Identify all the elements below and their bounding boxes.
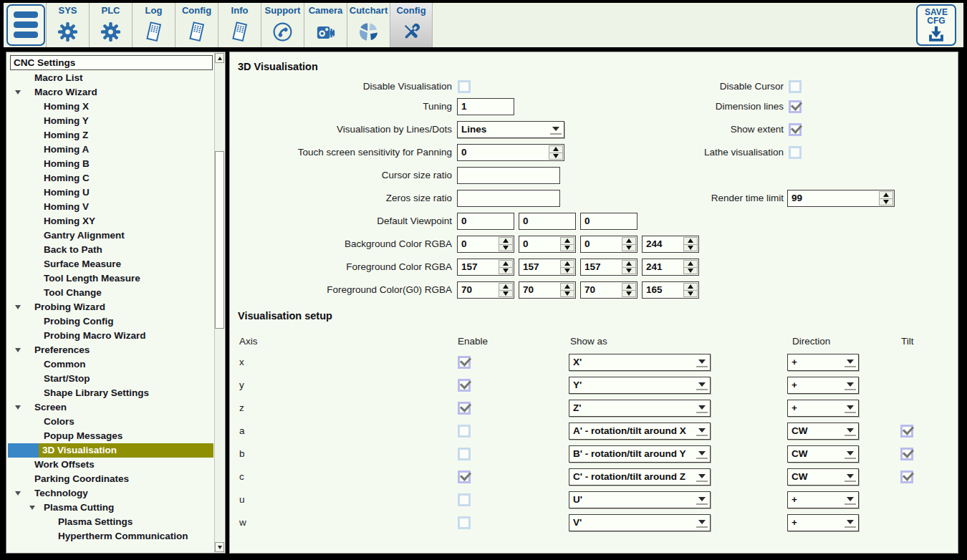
tab-config[interactable]: Config xyxy=(175,3,218,47)
background-color-rgba-spinbox-2[interactable]: 0 xyxy=(580,236,638,253)
disable-visualisation-checkbox[interactable] xyxy=(458,80,471,93)
direction-select-y[interactable]: + xyxy=(787,377,859,394)
spin-down-button[interactable] xyxy=(683,244,698,252)
scrollbar-thumb[interactable] xyxy=(215,151,224,329)
sidebar-item-preferences[interactable]: Preferences xyxy=(8,343,213,357)
tree-collapse-icon[interactable] xyxy=(15,305,21,309)
scroll-down-button[interactable] xyxy=(215,542,224,552)
disable-cursor-checkbox[interactable] xyxy=(789,80,802,93)
default-viewpoint-y-input[interactable]: 0 xyxy=(519,213,576,230)
sidebar-item-macro-list[interactable]: Macro List xyxy=(8,71,213,85)
spin-down-button[interactable] xyxy=(622,290,636,298)
lathe-visualisation-checkbox[interactable] xyxy=(789,146,802,159)
tab-support[interactable]: Support xyxy=(261,3,304,47)
spin-down-button[interactable] xyxy=(622,244,636,252)
spin-down-button[interactable] xyxy=(560,244,574,252)
spin-down-button[interactable] xyxy=(879,198,893,206)
foreground-color-rgba-spinbox-1[interactable]: 157 xyxy=(519,259,576,276)
sidebar-item-macro-wizard[interactable]: Macro Wizard xyxy=(8,85,213,100)
sidebar-item-probing-wizard[interactable]: Probing Wizard xyxy=(8,300,213,314)
cursor-size-ratio-input[interactable] xyxy=(457,167,560,184)
sidebar-item-homing-xy[interactable]: Homing XY xyxy=(8,214,213,228)
enable-checkbox-u[interactable] xyxy=(458,493,471,506)
tilt-checkbox-a[interactable] xyxy=(900,425,913,438)
tab-config-selected[interactable]: Config xyxy=(390,3,433,47)
sidebar-item-parking-coordinates[interactable]: Parking Coordinates xyxy=(8,472,213,486)
spin-down-button[interactable] xyxy=(499,267,513,275)
foreground-color-g0-rgba-spinbox-0[interactable]: 70 xyxy=(457,281,514,299)
sidebar-item-probing-macro-wizard[interactable]: Probing Macro Wizard xyxy=(8,329,213,343)
tree-collapse-icon[interactable] xyxy=(29,506,35,510)
foreground-color-rgba-spinbox-0[interactable]: 157 xyxy=(457,259,514,276)
sidebar-item-homing-y[interactable]: Homing Y xyxy=(8,114,213,128)
tab-plc[interactable]: PLC xyxy=(89,3,132,47)
spin-up-button[interactable] xyxy=(560,283,574,290)
sidebar-item-shape-library-settings[interactable]: Shape Library Settings xyxy=(8,386,213,400)
sidebar-scrollbar[interactable] xyxy=(214,53,224,552)
sidebar-item-homing-z[interactable]: Homing Z xyxy=(8,128,213,143)
tab-camera[interactable]: Camera xyxy=(304,3,347,47)
background-color-rgba-spinbox-0[interactable]: 0 xyxy=(457,236,514,253)
tab-log[interactable]: Log xyxy=(132,3,175,47)
spin-down-button[interactable] xyxy=(683,267,698,275)
spin-down-button[interactable] xyxy=(560,290,574,298)
enable-checkbox-y[interactable] xyxy=(458,379,471,392)
spin-up-button[interactable] xyxy=(879,191,893,198)
show-as-select-w[interactable]: V' xyxy=(569,514,711,531)
direction-select-w[interactable]: + xyxy=(787,514,859,531)
tree-collapse-icon[interactable] xyxy=(15,491,21,496)
enable-checkbox-a[interactable] xyxy=(458,425,471,438)
foreground-color-rgba-spinbox-2[interactable]: 157 xyxy=(580,259,638,276)
spin-up-button[interactable] xyxy=(549,145,563,153)
sidebar-item-popup-messages[interactable]: Popup Messages xyxy=(8,429,213,443)
direction-select-a[interactable]: CW xyxy=(787,423,859,440)
show-as-select-z[interactable]: Z' xyxy=(569,400,711,417)
direction-select-b[interactable]: CW xyxy=(787,445,859,463)
background-color-rgba-spinbox-3[interactable]: 244 xyxy=(642,236,699,253)
default-viewpoint-x-input[interactable]: 0 xyxy=(457,213,514,230)
foreground-color-g0-rgba-spinbox-1[interactable]: 70 xyxy=(519,281,576,299)
enable-checkbox-x[interactable] xyxy=(458,356,471,369)
spin-up-button[interactable] xyxy=(683,260,698,267)
hamburger-menu-button[interactable] xyxy=(6,4,45,46)
tuning-input[interactable]: 1 xyxy=(457,98,514,115)
sidebar-item-homing-a[interactable]: Homing A xyxy=(8,143,213,157)
direction-select-z[interactable]: + xyxy=(787,400,859,417)
scroll-up-button[interactable] xyxy=(215,53,224,63)
background-color-rgba-spinbox-1[interactable]: 0 xyxy=(519,236,576,253)
foreground-color-g0-rgba-spinbox-2[interactable]: 70 xyxy=(580,281,638,299)
touch-sensitivity-spinbox[interactable]: 0 xyxy=(457,144,564,161)
spin-down-button[interactable] xyxy=(549,153,563,160)
sidebar-item-colors[interactable]: Colors xyxy=(8,415,213,429)
spin-up-button[interactable] xyxy=(622,260,636,267)
spin-up-button[interactable] xyxy=(499,260,513,267)
show-as-select-c[interactable]: C' - rotation/tilt around Z xyxy=(569,468,711,486)
sidebar-item-screen[interactable]: Screen xyxy=(8,400,213,415)
show-as-select-u[interactable]: U' xyxy=(569,491,711,508)
direction-select-u[interactable]: + xyxy=(787,491,859,508)
sidebar-item-homing-b[interactable]: Homing B xyxy=(8,157,213,171)
zeros-size-ratio-input[interactable] xyxy=(457,190,560,207)
sidebar-item-plasma-cutting[interactable]: Plasma Cutting xyxy=(8,501,213,515)
enable-checkbox-z[interactable] xyxy=(458,402,471,415)
sidebar-item-surface-measure[interactable]: Surface Measure xyxy=(8,257,213,271)
tree-root-header[interactable]: CNC Settings xyxy=(10,55,213,70)
foreground-color-g0-rgba-spinbox-3[interactable]: 165 xyxy=(642,281,699,299)
spin-up-button[interactable] xyxy=(622,283,636,290)
sidebar-item-homing-c[interactable]: Homing C xyxy=(8,171,213,185)
visualisation-by-select[interactable]: Lines xyxy=(457,121,564,138)
tab-info[interactable]: Info xyxy=(218,3,261,47)
default-viewpoint-z-input[interactable]: 0 xyxy=(580,213,638,230)
sidebar-item-3d-visualisation[interactable]: 3D Visualisation xyxy=(8,443,213,458)
spin-up-button[interactable] xyxy=(683,283,698,290)
tilt-checkbox-c[interactable] xyxy=(900,470,913,483)
enable-checkbox-c[interactable] xyxy=(458,470,471,483)
show-as-select-x[interactable]: X' xyxy=(569,354,711,371)
direction-select-c[interactable]: CW xyxy=(787,468,859,486)
sidebar-item-technology[interactable]: Technology xyxy=(8,486,213,501)
sidebar-item-gantry-alignment[interactable]: Gantry Alignment xyxy=(8,228,213,243)
spin-up-button[interactable] xyxy=(683,237,698,244)
spin-down-button[interactable] xyxy=(560,267,574,275)
sidebar-item-homing-x[interactable]: Homing X xyxy=(8,100,213,114)
show-extent-checkbox[interactable] xyxy=(789,123,802,136)
